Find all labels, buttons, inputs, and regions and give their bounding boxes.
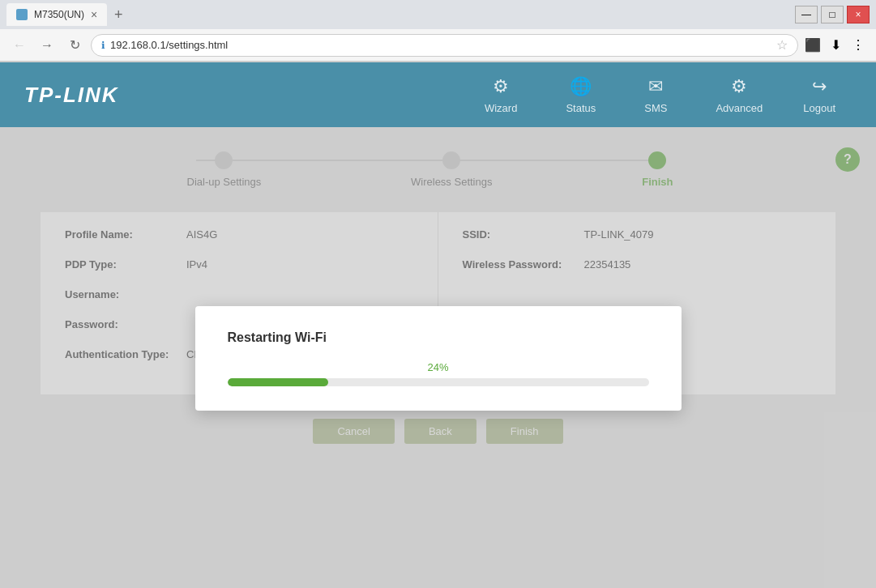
restarting-wifi-modal: Restarting Wi-Fi 24% xyxy=(195,306,682,411)
tab-close-button[interactable]: × xyxy=(91,8,97,21)
nav-wizard[interactable]: ⚙ Wizard xyxy=(460,68,541,122)
main-nav: ⚙ Wizard 🌐 Status ✉ SMS ⚙ Advanced xyxy=(460,68,787,122)
progress-bar-fill xyxy=(228,378,329,386)
download-icon[interactable]: ⬇ xyxy=(826,36,845,55)
tp-header: TP-LINK ⚙ Wizard 🌐 Status ✉ SMS ⚙ Advanc… xyxy=(0,62,876,127)
nav-sms[interactable]: ✉ SMS xyxy=(620,68,691,122)
nav-sms-label: SMS xyxy=(644,102,667,114)
nav-advanced[interactable]: ⚙ Advanced xyxy=(691,68,787,122)
nav-status-label: Status xyxy=(566,102,596,114)
modal-overlay: Restarting Wi-Fi 24% xyxy=(0,127,876,588)
status-icon: 🌐 xyxy=(570,76,592,97)
minimize-button[interactable]: — xyxy=(795,6,818,23)
settings-icon[interactable]: ⋮ xyxy=(848,36,868,55)
nav-advanced-label: Advanced xyxy=(716,102,763,114)
progress-label: 24% xyxy=(228,361,649,373)
forward-button[interactable]: → xyxy=(36,34,58,57)
bookmark-icon[interactable]: ☆ xyxy=(776,37,788,53)
advanced-icon: ⚙ xyxy=(731,76,747,97)
sms-icon: ✉ xyxy=(648,76,663,97)
logout-button[interactable]: ↪ Logout xyxy=(787,68,852,122)
logout-label: Logout xyxy=(803,102,835,114)
modal-title: Restarting Wi-Fi xyxy=(228,330,649,345)
new-tab-button[interactable]: + xyxy=(107,3,130,26)
close-window-button[interactable]: × xyxy=(847,6,870,23)
progress-container: 24% xyxy=(228,361,649,386)
tp-link-logo: TP-LINK xyxy=(24,83,119,108)
logout-icon: ↪ xyxy=(812,76,827,97)
nav-wizard-label: Wizard xyxy=(485,102,517,114)
security-icon: ℹ xyxy=(101,40,105,51)
tab-title: M7350(UN) xyxy=(34,9,84,20)
address-text: 192.168.0.1/settings.html xyxy=(110,39,771,51)
extensions-icon[interactable]: ⬛ xyxy=(803,36,823,55)
back-button[interactable]: ← xyxy=(8,34,31,57)
page-content: ? Dial-up Settings Wireless Settings xyxy=(0,127,876,588)
address-bar[interactable]: ℹ 192.168.0.1/settings.html ☆ xyxy=(91,34,798,57)
browser-tab[interactable]: M7350(UN) × xyxy=(6,3,107,26)
tab-favicon xyxy=(16,9,28,20)
reload-button[interactable]: ↻ xyxy=(63,34,86,57)
progress-bar-background xyxy=(228,378,649,386)
nav-status[interactable]: 🌐 Status xyxy=(541,68,620,122)
maximize-button[interactable]: □ xyxy=(821,6,844,23)
wizard-icon: ⚙ xyxy=(493,76,509,97)
